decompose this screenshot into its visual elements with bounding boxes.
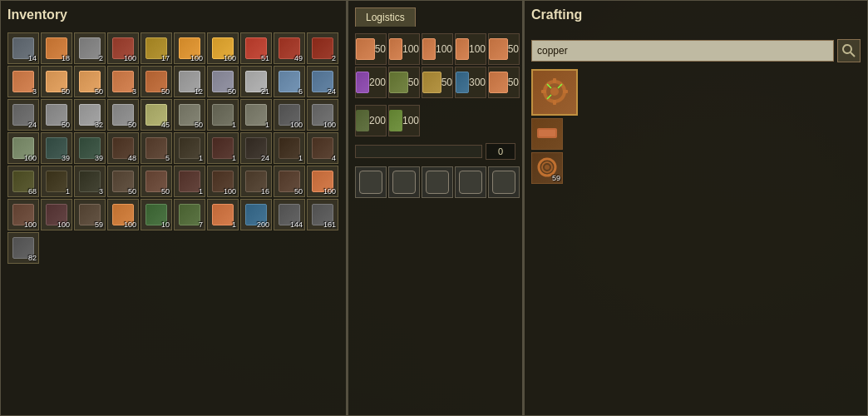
request-item-r4[interactable]: 100 <box>455 33 486 65</box>
inventory-item-item37[interactable]: 1 <box>207 132 239 164</box>
inventory-item-item45[interactable]: 50 <box>141 166 172 197</box>
storage-slot-4[interactable] <box>488 166 520 198</box>
inventory-item-item25[interactable]: 45 <box>141 99 172 131</box>
item-count-33: 48 <box>128 155 136 162</box>
tab-logistics[interactable]: Logistics <box>355 7 416 27</box>
inventory-item-item36[interactable]: 1 <box>174 132 205 164</box>
item-icon-39 <box>312 137 333 159</box>
inventory-item-item17[interactable]: 50 <box>207 66 239 97</box>
inventory-item-item15[interactable]: 50 <box>141 66 172 97</box>
inventory-item-item48[interactable]: 16 <box>240 166 272 197</box>
inventory-item-item61[interactable]: 82 <box>7 232 39 264</box>
crafting-result-copper-wire3[interactable]: 59 <box>531 152 861 184</box>
crafting-slot-small-copper-plate[interactable] <box>531 118 563 150</box>
inventory-item-item12[interactable]: 50 <box>41 66 72 97</box>
request-item-r2[interactable]: 100 <box>388 33 420 65</box>
inventory-item-item35[interactable]: 5 <box>141 132 172 164</box>
inventory-item-item39[interactable]: 1 <box>274 132 305 164</box>
trash-item-t2[interactable]: 100 <box>388 105 420 136</box>
inventory-item-item14[interactable]: 3 <box>107 66 139 97</box>
inventory-item-item60[interactable]: 161 <box>307 199 338 230</box>
storage-slot-3[interactable] <box>455 166 486 198</box>
request-item-r5[interactable]: 50 <box>488 33 520 65</box>
inventory-item-ammo[interactable]: 100 <box>107 32 139 64</box>
inventory-item-belt2[interactable]: 100 <box>207 32 239 64</box>
inventory-item-item22[interactable]: 50 <box>41 99 72 131</box>
inventory-item-item32[interactable]: 39 <box>41 132 72 164</box>
request-item-r1[interactable]: 50 <box>355 33 387 65</box>
inventory-item-item23[interactable]: 32 <box>74 99 106 131</box>
request-item-r6[interactable]: 200 <box>355 67 387 98</box>
inventory-item-item51[interactable]: 100 <box>7 199 39 230</box>
inventory-item-item30[interactable]: 100 <box>307 99 338 131</box>
inventory-item-item40[interactable]: 4 <box>307 132 338 164</box>
inventory-item-item43[interactable]: 3 <box>74 166 106 197</box>
inventory-item-item41[interactable]: 68 <box>7 166 39 197</box>
trash-item-t1[interactable]: 200 <box>355 105 387 136</box>
item-icon-2 <box>79 37 101 59</box>
inventory-item-item26[interactable]: 50 <box>174 99 205 131</box>
inventory-item-item20[interactable]: 24 <box>307 66 338 97</box>
inventory-item-item16[interactable]: 12 <box>174 66 205 97</box>
inventory-item-item9[interactable]: 49 <box>274 32 305 64</box>
request-item-r10[interactable]: 50 <box>488 67 520 98</box>
request-count-1: 100 <box>402 43 419 55</box>
inventory-item-item31[interactable]: 100 <box>7 132 39 164</box>
inventory-item-item21[interactable]: 24 <box>7 99 39 131</box>
inventory-item-item13[interactable]: 50 <box>74 66 106 97</box>
crafting-result-copper-plate[interactable] <box>531 118 861 150</box>
inventory-item-item10[interactable]: 2 <box>307 32 338 64</box>
inventory-item-copper-plate[interactable]: 59 <box>74 199 106 230</box>
inventory-item-item24[interactable]: 50 <box>107 99 139 131</box>
inventory-item-item54[interactable]: 100 <box>107 199 139 230</box>
inventory-item-item50[interactable]: 100 <box>307 166 338 197</box>
item-count-17: 21 <box>261 88 269 96</box>
inventory-item-item55[interactable]: 10 <box>141 199 172 230</box>
request-item-r9[interactable]: 300 <box>455 67 486 98</box>
inventory-item-item18[interactable]: 21 <box>240 66 272 97</box>
request-item-r3[interactable]: 100 <box>422 33 453 65</box>
item-count-4: 17 <box>161 55 170 62</box>
inventory-item-item29[interactable]: 100 <box>274 99 305 131</box>
inventory-item-item47[interactable]: 100 <box>207 166 239 197</box>
inventory-item-copper-wire2[interactable]: 1 <box>207 199 239 230</box>
storage-slot-1[interactable] <box>388 166 420 198</box>
inventory-item-item49[interactable]: 50 <box>274 166 305 197</box>
inventory-item-item34[interactable]: 48 <box>107 132 139 164</box>
inventory-item-item27[interactable]: 1 <box>207 99 239 131</box>
search-input[interactable] <box>531 40 834 62</box>
item-icon-34 <box>145 137 167 159</box>
inventory-item-copper-wire[interactable]: 18 <box>41 32 72 64</box>
item-count-1: 18 <box>62 55 70 62</box>
inventory-item-item46[interactable]: 1 <box>174 166 205 197</box>
inventory-item-item33[interactable]: 39 <box>74 132 106 164</box>
item-count-21: 50 <box>62 121 70 129</box>
inventory-item-item44[interactable]: 50 <box>107 166 139 197</box>
inventory-item-item42[interactable]: 1 <box>41 166 72 197</box>
request-item-r7[interactable]: 50 <box>388 67 420 98</box>
svg-point-16 <box>545 165 550 170</box>
crafting-slot-small-copper-wire3[interactable]: 59 <box>531 152 563 184</box>
inventory-item-item38[interactable]: 24 <box>240 132 272 164</box>
inventory-item-item58[interactable]: 200 <box>240 199 272 230</box>
svg-rect-5 <box>553 78 556 83</box>
inventory-item-iron-plate[interactable]: 14 <box>7 32 39 64</box>
inventory-item-item59[interactable]: 144 <box>274 199 305 230</box>
storage-slot-2[interactable] <box>422 166 453 198</box>
inventory-item-item28[interactable]: 1 <box>240 99 272 131</box>
inventory-item-item19[interactable]: 6 <box>274 66 305 97</box>
inventory-item-item52[interactable]: 100 <box>41 199 72 230</box>
inventory-item-belt[interactable]: 17 <box>141 32 172 64</box>
crafting-result-copper-cable[interactable] <box>531 69 861 116</box>
inventory-item-item11[interactable]: 3 <box>7 66 39 97</box>
inventory-item-item56[interactable]: 7 <box>174 199 205 230</box>
trash-count-0: 200 <box>369 115 386 126</box>
inventory-item-gear[interactable]: 2 <box>74 32 106 64</box>
inventory-item-item8[interactable]: 51 <box>240 32 272 64</box>
crafting-slot-large-copper-cable[interactable] <box>531 69 578 116</box>
logistics-slider[interactable] <box>355 145 482 158</box>
inventory-item-inserter[interactable]: 100 <box>174 32 205 64</box>
storage-slot-0[interactable] <box>355 166 387 198</box>
search-button[interactable] <box>837 39 861 62</box>
request-item-r8[interactable]: 50 <box>422 67 453 98</box>
